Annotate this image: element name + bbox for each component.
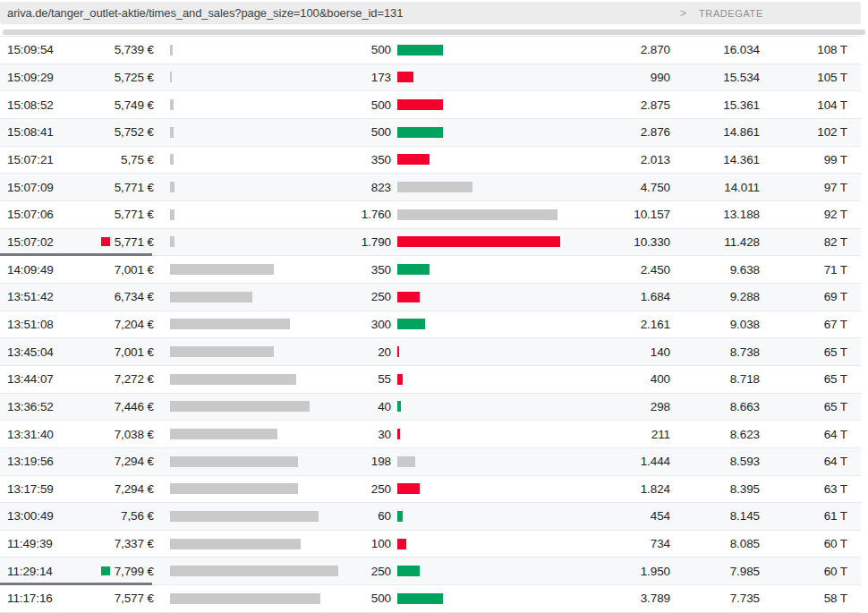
trade-price-text: 7,272 € <box>115 372 154 386</box>
volume-bar <box>397 511 403 522</box>
trade-price: 7,204 € <box>79 318 154 331</box>
trade-price-text: 7,294 € <box>115 455 154 468</box>
price-bar-cell <box>154 401 344 412</box>
table-row: 15:07:21 5,75 € 350 2.013 14.361 99 T <box>0 147 861 175</box>
trade-turnover: 10.330 <box>572 235 670 249</box>
trade-count: 60 T <box>760 537 847 550</box>
trade-price-text: 7,446 € <box>115 400 154 413</box>
trade-price-text: 5,771 € <box>115 208 154 221</box>
price-bar <box>170 45 173 55</box>
trade-count: 97 T <box>760 181 847 194</box>
trade-time: 13:31:40 <box>0 428 79 441</box>
times-and-sales-table: 15:09:54 5,739 € 500 2.870 16.034 108 T … <box>0 36 861 613</box>
trade-volume: 250 <box>344 290 391 303</box>
price-bar-cell <box>154 236 344 247</box>
trade-turnover: 10.157 <box>572 208 670 221</box>
trade-turnover: 990 <box>572 71 670 84</box>
cumulative-volume: 9.288 <box>670 290 760 303</box>
trade-price-text: 5,725 € <box>115 71 154 84</box>
trade-count: 63 T <box>760 482 847 496</box>
trade-turnover: 2.876 <box>572 125 670 139</box>
table-row: 11:49:39 7,337 € 100 734 8.085 60 T <box>0 531 861 558</box>
trade-time: 13:45:04 <box>0 345 79 359</box>
trade-price: 5,75 € <box>79 153 154 166</box>
trade-count: 58 T <box>760 592 847 605</box>
horizontal-scrollbar[interactable] <box>3 30 865 35</box>
price-bar-cell <box>154 72 344 82</box>
volume-bar-cell <box>391 45 572 55</box>
trade-time: 15:07:21 <box>0 153 79 166</box>
cumulative-volume: 8.738 <box>670 345 760 359</box>
trade-turnover: 211 <box>572 428 670 441</box>
trade-turnover: 1.684 <box>572 290 670 303</box>
table-row: 14:09:49 7,001 € 350 2.450 9.638 71 T <box>0 256 861 284</box>
trade-turnover: 3.789 <box>572 592 670 605</box>
exchange-group: > TRADEGATE <box>680 2 763 24</box>
price-bar-cell <box>154 539 344 549</box>
trade-price-text: 7,577 € <box>115 592 154 605</box>
trade-volume: 100 <box>344 537 391 550</box>
trade-price: 7,001 € <box>79 263 154 277</box>
volume-bar <box>397 429 400 439</box>
trade-turnover: 1.950 <box>572 565 670 578</box>
cumulative-volume: 15.534 <box>670 71 760 84</box>
table-row: 13:51:08 7,204 € 300 2.161 9.038 67 T <box>0 311 861 339</box>
price-bar <box>170 374 296 385</box>
trade-volume: 250 <box>344 482 391 496</box>
trade-price: 5,771 € <box>79 181 154 194</box>
price-bar <box>170 127 174 138</box>
trade-price-text: 5,752 € <box>115 125 154 139</box>
volume-bar <box>397 292 420 302</box>
price-bar <box>170 236 174 247</box>
trade-volume: 1.760 <box>344 208 391 221</box>
exchange-label[interactable]: TRADEGATE <box>699 8 763 19</box>
trade-time: 11:17:16 <box>0 592 79 605</box>
downtick-marker-icon <box>101 237 110 246</box>
price-bar-cell <box>154 182 344 192</box>
url-text[interactable]: ariva.de/tanger_outlet-aktie/times_and_s… <box>0 6 403 20</box>
trade-volume: 350 <box>344 263 391 277</box>
volume-bar <box>397 72 413 82</box>
trade-time: 11:29:14 <box>0 565 79 578</box>
trade-price: 7,577 € <box>79 592 154 605</box>
volume-bar <box>397 456 415 467</box>
trade-count: 60 T <box>760 565 847 578</box>
trade-volume: 500 <box>344 43 391 56</box>
trade-time: 15:07:06 <box>0 208 79 221</box>
volume-bar-cell <box>391 154 572 165</box>
uptick-marker-icon <box>101 566 110 575</box>
trade-price: 7,038 € <box>79 428 154 441</box>
trade-time: 13:44:07 <box>0 372 79 386</box>
price-bar-cell <box>154 264 344 275</box>
trade-time: 15:07:09 <box>0 181 79 194</box>
price-bar-cell <box>154 319 344 329</box>
trade-volume: 300 <box>344 318 391 331</box>
trade-time: 13:17:59 <box>0 482 79 496</box>
trade-turnover: 400 <box>572 372 670 386</box>
volume-bar <box>397 236 560 247</box>
table-row: 13:19:56 7,294 € 198 1.444 8.593 64 T <box>0 448 861 476</box>
trade-price-text: 5,75 € <box>121 153 154 166</box>
price-bar <box>170 593 320 604</box>
url-bar[interactable]: ariva.de/tanger_outlet-aktie/times_and_s… <box>0 2 861 24</box>
volume-bar-cell <box>391 292 572 302</box>
cumulative-volume: 7.985 <box>670 565 760 578</box>
price-bar-cell <box>154 483 344 494</box>
trade-price: 5,752 € <box>79 125 154 139</box>
table-row: 15:07:09 5,771 € 823 4.750 14.011 97 T <box>0 174 861 201</box>
trade-count: 64 T <box>760 455 847 468</box>
volume-bar-cell <box>391 182 572 192</box>
volume-bar <box>397 154 430 165</box>
trade-time: 13:36:52 <box>0 400 79 413</box>
price-bar <box>170 401 310 412</box>
trade-turnover: 298 <box>572 400 670 413</box>
price-bar <box>170 182 174 192</box>
volume-bar <box>397 209 557 220</box>
price-bar <box>170 429 277 439</box>
price-bar-cell <box>154 346 344 357</box>
volume-bar-cell <box>391 483 572 494</box>
trade-count: 105 T <box>760 71 847 84</box>
price-bar <box>170 511 319 522</box>
trade-time: 15:09:29 <box>0 71 79 84</box>
cumulative-volume: 7.735 <box>670 592 760 605</box>
